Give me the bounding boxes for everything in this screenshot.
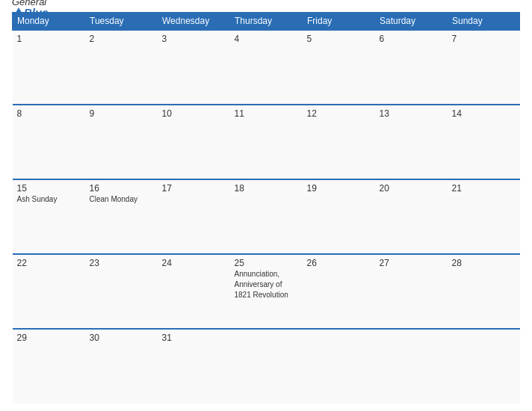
day-number: 21 [452, 183, 516, 194]
day-cell: 20 [375, 179, 448, 254]
day-number: 4 [235, 34, 298, 44]
day-cell: 18 [230, 179, 303, 254]
event-text: Annunciation, Anniversary of 1821 Revolu… [235, 270, 288, 299]
day-cell: 23 [85, 254, 158, 329]
logo-blue-text: Blue [24, 7, 49, 18]
day-cell: 16Clean Monday [85, 179, 158, 254]
day-number: 2 [90, 34, 153, 44]
day-number: 16 [90, 183, 153, 194]
day-number: 12 [307, 108, 371, 119]
day-number: 28 [452, 258, 516, 268]
logo: General Blue [12, 0, 49, 18]
day-cell: 14 [448, 105, 520, 179]
week-row: 15Ash Sunday16Clean Monday1718192021 [13, 179, 520, 254]
day-number: 9 [90, 108, 153, 119]
day-cell: 19 [303, 179, 375, 254]
day-number: 31 [162, 333, 226, 343]
day-cell: 22 [13, 254, 85, 329]
day-header-sunday: Sunday [448, 13, 520, 31]
day-number: 22 [17, 258, 81, 268]
calendar-table: MondayTuesdayWednesdayThursdayFridaySatu… [12, 12, 520, 404]
day-number: 30 [90, 333, 153, 343]
day-cell [448, 329, 520, 404]
day-cell: 30 [85, 329, 158, 404]
week-row: 891011121314 [13, 105, 520, 179]
day-cell: 7 [448, 30, 520, 105]
day-header-friday: Friday [303, 13, 375, 31]
day-cell [303, 329, 375, 404]
day-number: 10 [162, 108, 226, 119]
day-number: 5 [307, 34, 371, 44]
week-row: 293031 [13, 329, 520, 404]
day-number: 11 [235, 108, 298, 119]
day-number: 7 [452, 34, 516, 44]
day-number: 15 [17, 183, 81, 194]
day-number: 24 [162, 258, 226, 268]
day-header-tuesday: Tuesday [85, 13, 158, 31]
day-cell: 21 [448, 179, 520, 254]
day-number: 1 [17, 34, 81, 44]
day-cell: 25Annunciation, Anniversary of 1821 Revo… [230, 254, 303, 329]
day-number: 17 [162, 183, 226, 194]
day-cell: 8 [13, 105, 85, 179]
day-number: 27 [380, 258, 443, 268]
day-cell: 6 [375, 30, 448, 105]
day-cell: 31 [158, 329, 230, 404]
days-of-week-row: MondayTuesdayWednesdayThursdayFridaySatu… [13, 13, 520, 31]
week-row: 1234567 [13, 30, 520, 105]
day-cell: 17 [158, 179, 230, 254]
event-text: Ash Sunday [17, 195, 58, 203]
day-cell: 15Ash Sunday [13, 179, 85, 254]
day-header-wednesday: Wednesday [158, 13, 230, 31]
day-cell: 5 [303, 30, 375, 105]
day-cell: 28 [448, 254, 520, 329]
day-header-saturday: Saturday [375, 13, 448, 31]
day-cell [375, 329, 448, 404]
day-number: 14 [452, 108, 516, 119]
day-cell: 29 [13, 329, 85, 404]
day-cell: 11 [230, 105, 303, 179]
event-text: Clean Monday [90, 195, 137, 203]
day-number: 18 [235, 183, 298, 194]
day-number: 29 [17, 333, 81, 343]
week-row: 22232425Annunciation, Anniversary of 182… [13, 254, 520, 329]
day-number: 13 [380, 108, 443, 119]
day-cell [230, 329, 303, 404]
day-cell: 13 [375, 105, 448, 179]
logo-triangle-icon [13, 7, 24, 16]
day-number: 23 [90, 258, 153, 268]
day-number: 25 [235, 258, 298, 268]
day-number: 26 [307, 258, 371, 268]
day-cell: 1 [13, 30, 85, 105]
day-number: 8 [17, 108, 81, 119]
day-number: 19 [307, 183, 371, 194]
day-cell: 27 [375, 254, 448, 329]
day-cell: 12 [303, 105, 375, 179]
day-number: 20 [380, 183, 443, 194]
day-cell: 4 [230, 30, 303, 105]
day-cell: 24 [158, 254, 230, 329]
day-cell: 2 [85, 30, 158, 105]
day-cell: 9 [85, 105, 158, 179]
day-cell: 26 [303, 254, 375, 329]
day-number: 6 [380, 34, 443, 44]
day-cell: 3 [158, 30, 230, 105]
day-cell: 10 [158, 105, 230, 179]
day-header-thursday: Thursday [230, 13, 303, 31]
day-number: 3 [162, 34, 226, 44]
